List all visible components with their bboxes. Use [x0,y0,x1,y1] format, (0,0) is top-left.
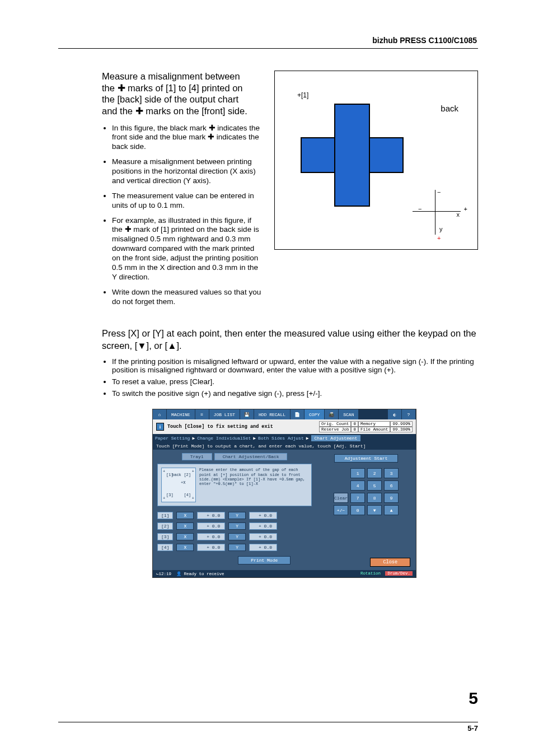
tab-machine[interactable]: MACHINE [167,409,195,419]
crumb-current: Chart Adjustment [311,435,361,441]
key-1[interactable]: 1 [350,468,365,478]
key-2[interactable]: 2 [367,468,382,478]
key-3[interactable]: 3 [384,468,399,478]
crumb-paper[interactable]: Paper Setting [155,436,190,441]
info-message: Touch [Close] to fix setting and exit [167,424,273,430]
bullet-item: To reset a value, press [Clear]. [112,377,487,386]
panel-hint: Touch [Print Mode] to output a chart, an… [153,442,416,450]
x-value: + 0.0 [197,522,225,530]
key-up[interactable]: ▲ [384,505,399,515]
y-value: + 0.0 [249,544,277,551]
key-0[interactable]: 0 [350,505,365,515]
status-bar: ⌙12:19 👤 Ready to receive Rotation Drum/… [153,570,416,577]
key-9[interactable]: 9 [384,493,399,503]
bullet-item: Write down the measured values so that y… [112,288,263,307]
x-button[interactable]: X [176,533,194,540]
example-text: Please enter the amount of the gap of ea… [199,468,308,502]
y-value: + 0.0 [249,522,277,530]
close-button[interactable]: Close [370,558,410,567]
tray-chip: Tray1 [182,453,212,460]
product-name: bizhub PRESS C1100/C1085 [372,36,477,45]
instruction-bullets: In this figure, the black mark ✚ indicat… [102,124,263,307]
breadcrumb: Paper Setting ▶ Change IndividualSet ▶ B… [153,434,416,442]
back-side-plus-mark [301,104,401,204]
scan-icon[interactable]: 📠 [325,409,339,419]
bullet-item: The measurement value can be entered in … [112,192,263,211]
tab-hdd-recall[interactable]: HDD RECALL [254,409,291,419]
key-plus-minus[interactable]: +/− [334,505,348,515]
key-down[interactable]: ▼ [367,505,382,515]
help-icon[interactable]: ? [402,409,416,419]
key-6[interactable]: 6 [384,480,399,491]
row-label: [2] [157,522,173,530]
footer-rule [58,722,478,722]
measure-row-3: [3] X + 0.0 Y + 0.0 [157,533,312,540]
example-box: + + + + [1] [2] [3] [4] back +X Please e… [157,464,312,506]
x-value: + 0.0 [197,544,225,551]
print-mode-button[interactable]: Print Mode [238,556,291,564]
press-bullets: If the printing position is misaligned l… [102,357,487,398]
measure-row-2: [2] X + 0.0 Y + 0.0 [157,522,312,530]
list-icon[interactable]: ≡ [195,409,209,419]
y-value: + 0.0 [249,533,277,540]
info-bar: i Touch [Close] to fix setting and exit … [153,419,416,434]
y-button[interactable]: Y [228,512,246,519]
control-panel-screenshot: ⌂ MACHINE ≡ JOB LIST 💾 HDD RECALL 📄 COPY… [152,409,416,578]
page-number: 5-7 [467,724,478,732]
mark-1-label: +[1] [297,91,308,99]
header-rule [58,48,478,49]
bullet-item: If the printing position is misaligned l… [112,357,487,374]
x-button[interactable]: X [176,544,194,551]
y-button[interactable]: Y [228,533,246,540]
bullet-item: For example, as illustrated in this figu… [112,216,263,282]
key-5[interactable]: 5 [367,480,382,491]
status-readouts: Orig. Count0 Memory99.999% Reserve Job0 … [319,421,413,432]
disk-icon[interactable]: 💾 [240,409,254,419]
key-clear[interactable]: Clear [334,493,348,503]
measure-row-4: [4] X + 0.0 Y + 0.0 [157,544,312,551]
crumb-change[interactable]: Change IndividualSet [197,436,251,441]
misalignment-diagram: +[1] back − + x − + y [274,71,478,250]
adjustment-start-button[interactable]: Adjustment Start [334,454,399,463]
chapter-number: 5 [469,689,478,708]
x-value: + 0.0 [197,512,225,519]
x-button[interactable]: X [176,512,194,519]
tab-copy[interactable]: COPY [305,409,325,419]
back-label: back [441,104,458,113]
key-4[interactable]: 4 [350,480,365,491]
x-value: + 0.0 [197,533,225,540]
row-label: [4] [157,544,173,551]
bullet-item: In this figure, the black mark ✚ indicat… [112,124,263,152]
bullet-item: Measure a misalignment between printing … [112,157,263,186]
copy-icon[interactable]: 📄 [291,409,305,419]
row-label: [1] [157,512,173,519]
tab-joblist[interactable]: JOB LIST [209,409,240,419]
measurement-rows: [1] X + 0.0 Y + 0.0 [2] X + 0.0 Y + 0.0 [157,512,312,551]
home-icon[interactable]: ⌂ [153,409,167,419]
y-button[interactable]: Y [228,544,246,551]
info-icon: i [156,423,164,431]
key-8[interactable]: 8 [367,493,382,503]
y-button[interactable]: Y [228,522,246,530]
press-instruction: Press [X] or [Y] at each point, then ent… [102,328,477,352]
key-7[interactable]: 7 [350,493,365,503]
numeric-keypad: 1 2 3 4 5 6 Clear 7 8 9 +/− 0 ▼ ▲ [334,468,399,515]
x-button[interactable]: X [176,522,194,530]
measure-row-1: [1] X + 0.0 Y + 0.0 [157,512,312,519]
crumb-sides[interactable]: Both Sides Adjust [258,436,304,441]
tab-scan[interactable]: SCAN [339,409,359,419]
axis-diagram: − + x − + y [413,190,469,240]
measure-instruction: Measure a misalignment between the ✚ mar… [102,71,253,117]
main-tabs: ⌂ MACHINE ≡ JOB LIST 💾 HDD RECALL 📄 COPY… [153,409,416,419]
row-label: [3] [157,533,173,540]
status-time: ⌙12:19 [156,572,171,576]
status-ready: Ready to receive [184,572,224,576]
chart-chip: Chart Adjustment/Back [214,453,288,460]
bullet-item: To switch the positive sign (+) and nega… [112,389,487,398]
status-drum: Drum/Dev. [385,571,413,576]
status-rotation: Rotation [358,571,383,576]
example-figure: + + + + [1] [2] [3] [4] back +X [161,468,196,502]
y-value: + 0.0 [249,512,277,519]
accessibility-icon[interactable]: ◐ [388,409,402,419]
